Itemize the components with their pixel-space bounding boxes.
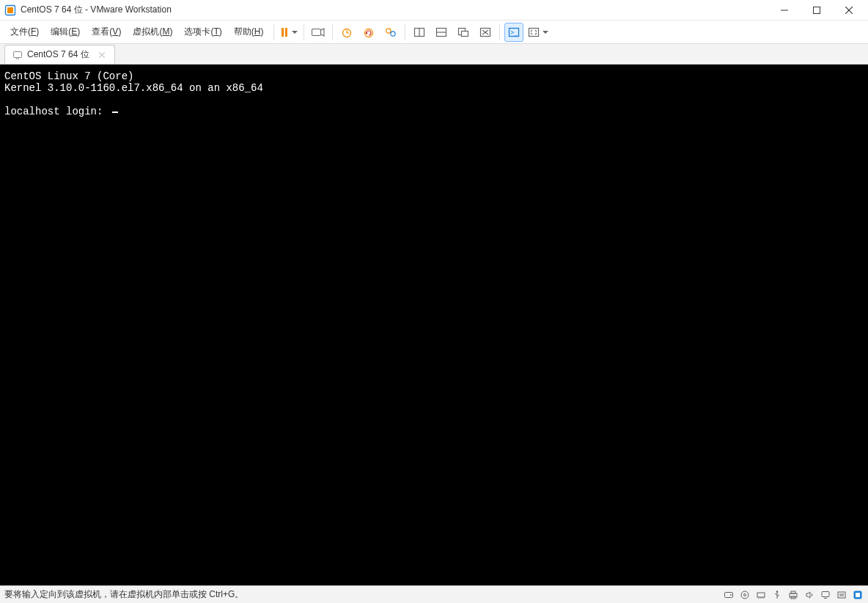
svg-rect-21	[462, 31, 468, 36]
window-controls	[768, 0, 865, 21]
svg-point-33	[730, 594, 732, 596]
svg-rect-47	[838, 592, 845, 598]
svg-point-14	[386, 28, 391, 32]
display-icon[interactable]	[820, 589, 831, 601]
svg-point-41	[776, 591, 778, 592]
snapshot-revert-button[interactable]	[359, 23, 378, 42]
svg-rect-7	[285, 28, 287, 37]
toolbar-power-group	[279, 23, 299, 42]
minimize-button[interactable]	[768, 0, 801, 21]
svg-rect-6	[282, 28, 284, 37]
snapshot-manager-button[interactable]	[381, 23, 400, 42]
sound-icon[interactable]	[803, 589, 815, 601]
console-view-button[interactable]: >_	[504, 23, 523, 42]
menu-tabs[interactable]: 选项卡(T)	[178, 23, 227, 41]
tab-centos[interactable]: CentOS 7 64 位	[4, 45, 115, 64]
svg-rect-43	[791, 591, 795, 593]
printer-icon[interactable]	[787, 589, 799, 601]
svg-rect-28	[14, 51, 22, 57]
console-prompt: localhost login:	[4, 106, 109, 117]
toolbar-send-group	[309, 23, 328, 42]
cursor-icon	[112, 112, 118, 113]
fullscreen-button[interactable]	[526, 23, 550, 42]
toolbar-snapshot-group	[337, 23, 400, 42]
svg-rect-45	[822, 591, 829, 596]
statusbar: 要将输入定向到该虚拟机，请在虚拟机内部单击或按 Ctrl+G。	[0, 585, 868, 603]
snapshot-take-button[interactable]	[337, 23, 356, 42]
svg-rect-36	[757, 593, 765, 597]
toolbar-fullscreen-group: >_	[504, 23, 550, 42]
svg-rect-1	[7, 7, 13, 13]
tab-close-button[interactable]	[97, 50, 107, 60]
tab-label: CentOS 7 64 位	[27, 48, 89, 61]
menu-edit[interactable]: 编辑(E)	[45, 23, 86, 41]
cd-dvd-icon[interactable]	[739, 589, 751, 601]
tabbar: CentOS 7 64 位	[0, 44, 868, 65]
window-title: CentOS 7 64 位 - VMware Workstation	[21, 4, 172, 16]
status-hint: 要将输入定向到该虚拟机，请在虚拟机内部单击或按 Ctrl+G。	[4, 588, 243, 601]
menu-file[interactable]: 文件(F)	[4, 23, 45, 41]
hard-disk-icon[interactable]	[723, 589, 735, 601]
view-multi-button[interactable]	[432, 23, 451, 42]
separator	[499, 24, 500, 40]
menu-vm[interactable]: 虚拟机(M)	[127, 23, 178, 41]
send-ctrl-alt-del-button[interactable]	[309, 23, 328, 42]
vmtools-icon[interactable]	[852, 589, 864, 601]
suspend-button[interactable]	[279, 23, 299, 42]
maximize-button[interactable]	[801, 0, 833, 21]
svg-marker-13	[365, 32, 367, 34]
view-single-button[interactable]	[410, 23, 429, 42]
menubar: 文件(F) 编辑(E) 查看(V) 虚拟机(M) 选项卡(T) 帮助(H)	[0, 21, 868, 44]
svg-point-34	[741, 591, 749, 599]
separator	[332, 24, 333, 40]
svg-rect-51	[856, 593, 860, 597]
console-line: CentOS Linux 7 (Core)	[4, 70, 133, 82]
svg-point-15	[391, 31, 395, 35]
status-device-icons	[723, 589, 864, 601]
usb-icon[interactable]	[771, 589, 783, 601]
menu-view[interactable]: 查看(V)	[86, 23, 127, 41]
toolbar-view-group	[410, 23, 495, 42]
separator	[273, 24, 274, 40]
view-unity-button[interactable]	[454, 23, 473, 42]
vm-console[interactable]: CentOS Linux 7 (Core) Kernel 3.10.0-1160…	[0, 65, 868, 585]
view-exclude-button[interactable]	[476, 23, 495, 42]
svg-rect-27	[529, 28, 539, 36]
svg-rect-8	[312, 29, 321, 35]
chevron-down-icon	[542, 31, 548, 34]
separator	[304, 24, 304, 40]
app-icon	[4, 4, 16, 16]
separator	[405, 24, 405, 40]
close-button[interactable]	[833, 0, 865, 21]
network-adapter-icon[interactable]	[755, 589, 767, 601]
svg-text:>_: >_	[511, 29, 518, 36]
message-log-icon[interactable]	[836, 589, 847, 601]
svg-rect-3	[814, 7, 820, 13]
vm-tab-icon	[12, 50, 23, 60]
console-line: Kernel 3.10.0-1160.el7.x86_64 on an x86_…	[4, 82, 263, 94]
chevron-down-icon	[292, 31, 298, 34]
svg-point-35	[744, 593, 746, 596]
menu-help[interactable]: 帮助(H)	[228, 23, 270, 41]
titlebar: CentOS 7 64 位 - VMware Workstation	[0, 0, 868, 21]
